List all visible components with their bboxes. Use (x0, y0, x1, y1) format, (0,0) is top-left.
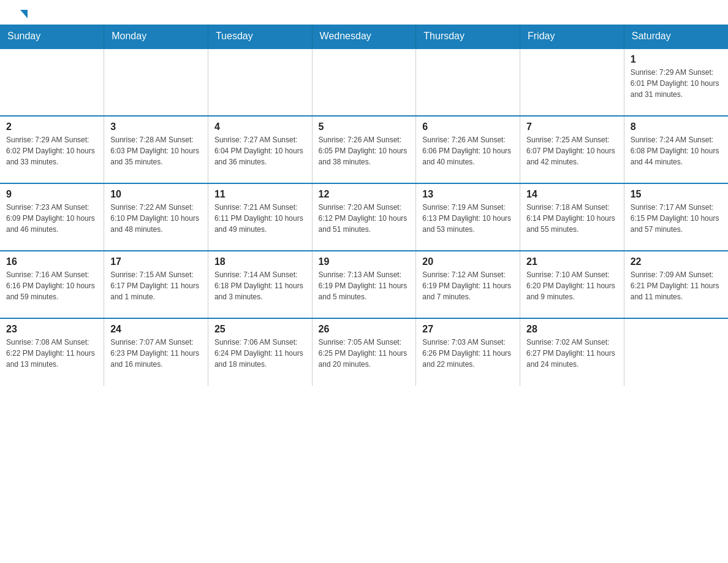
calendar-cell: 2Sunrise: 7:29 AM Sunset: 6:02 PM Daylig… (0, 116, 104, 183)
calendar-cell: 11Sunrise: 7:21 AM Sunset: 6:11 PM Dayli… (208, 183, 312, 251)
week-row-3: 9Sunrise: 7:23 AM Sunset: 6:09 PM Daylig… (0, 183, 728, 251)
day-info: Sunrise: 7:19 AM Sunset: 6:13 PM Dayligh… (422, 202, 514, 235)
page-header (0, 0, 728, 25)
day-number: 24 (110, 324, 202, 335)
day-number: 4 (214, 121, 306, 132)
weekday-header-row: SundayMondayTuesdayWednesdayThursdayFrid… (0, 25, 728, 48)
calendar-cell: 4Sunrise: 7:27 AM Sunset: 6:04 PM Daylig… (208, 116, 312, 183)
week-row-5: 23Sunrise: 7:08 AM Sunset: 6:22 PM Dayli… (0, 318, 728, 386)
day-info: Sunrise: 7:10 AM Sunset: 6:20 PM Dayligh… (526, 269, 618, 302)
day-info: Sunrise: 7:17 AM Sunset: 6:15 PM Dayligh… (631, 202, 722, 235)
calendar-cell (104, 48, 208, 116)
weekday-saturday: Saturday (624, 25, 728, 48)
calendar-cell: 15Sunrise: 7:17 AM Sunset: 6:15 PM Dayli… (624, 183, 728, 251)
day-number: 21 (526, 256, 618, 267)
day-number: 8 (631, 121, 722, 132)
day-number: 22 (631, 256, 722, 267)
calendar-cell: 7Sunrise: 7:25 AM Sunset: 6:07 PM Daylig… (520, 116, 624, 183)
day-info: Sunrise: 7:21 AM Sunset: 6:11 PM Dayligh… (214, 202, 306, 235)
day-info: Sunrise: 7:29 AM Sunset: 6:01 PM Dayligh… (631, 67, 722, 100)
day-info: Sunrise: 7:16 AM Sunset: 6:16 PM Dayligh… (6, 269, 97, 302)
calendar-cell: 17Sunrise: 7:15 AM Sunset: 6:17 PM Dayli… (104, 251, 208, 318)
calendar-cell: 27Sunrise: 7:03 AM Sunset: 6:26 PM Dayli… (416, 318, 520, 386)
calendar-cell: 5Sunrise: 7:26 AM Sunset: 6:05 PM Daylig… (312, 116, 416, 183)
day-info: Sunrise: 7:26 AM Sunset: 6:06 PM Dayligh… (422, 134, 514, 167)
calendar-cell: 18Sunrise: 7:14 AM Sunset: 6:18 PM Dayli… (208, 251, 312, 318)
day-info: Sunrise: 7:26 AM Sunset: 6:05 PM Dayligh… (319, 134, 410, 167)
day-info: Sunrise: 7:07 AM Sunset: 6:23 PM Dayligh… (110, 337, 202, 370)
calendar-cell: 3Sunrise: 7:28 AM Sunset: 6:03 PM Daylig… (104, 116, 208, 183)
day-info: Sunrise: 7:28 AM Sunset: 6:03 PM Dayligh… (110, 134, 202, 167)
day-number: 17 (110, 256, 202, 267)
week-row-1: 1Sunrise: 7:29 AM Sunset: 6:01 PM Daylig… (0, 48, 728, 116)
day-info: Sunrise: 7:25 AM Sunset: 6:07 PM Dayligh… (526, 134, 618, 167)
logo (18, 12, 28, 18)
calendar-cell: 19Sunrise: 7:13 AM Sunset: 6:19 PM Dayli… (312, 251, 416, 318)
calendar-cell: 16Sunrise: 7:16 AM Sunset: 6:16 PM Dayli… (0, 251, 104, 318)
day-number: 3 (110, 121, 202, 132)
day-number: 13 (422, 189, 514, 200)
calendar-cell: 28Sunrise: 7:02 AM Sunset: 6:27 PM Dayli… (520, 318, 624, 386)
calendar-cell (520, 48, 624, 116)
day-info: Sunrise: 7:02 AM Sunset: 6:27 PM Dayligh… (526, 337, 618, 370)
calendar-wrapper: SundayMondayTuesdayWednesdayThursdayFrid… (0, 25, 728, 386)
day-info: Sunrise: 7:24 AM Sunset: 6:08 PM Dayligh… (631, 134, 722, 167)
day-number: 10 (110, 189, 202, 200)
day-number: 27 (422, 324, 514, 335)
calendar-cell: 20Sunrise: 7:12 AM Sunset: 6:19 PM Dayli… (416, 251, 520, 318)
calendar-cell (312, 48, 416, 116)
day-number: 23 (6, 324, 97, 335)
weekday-thursday: Thursday (416, 25, 520, 48)
calendar-cell (0, 48, 104, 116)
calendar-cell: 6Sunrise: 7:26 AM Sunset: 6:06 PM Daylig… (416, 116, 520, 183)
day-info: Sunrise: 7:12 AM Sunset: 6:19 PM Dayligh… (422, 269, 514, 302)
calendar-cell: 12Sunrise: 7:20 AM Sunset: 6:12 PM Dayli… (312, 183, 416, 251)
calendar-table: SundayMondayTuesdayWednesdayThursdayFrid… (0, 25, 728, 386)
weekday-friday: Friday (520, 25, 624, 48)
weekday-monday: Monday (104, 25, 208, 48)
day-number: 14 (526, 189, 618, 200)
day-info: Sunrise: 7:29 AM Sunset: 6:02 PM Dayligh… (6, 134, 97, 167)
day-number: 18 (214, 256, 306, 267)
calendar-cell: 21Sunrise: 7:10 AM Sunset: 6:20 PM Dayli… (520, 251, 624, 318)
day-number: 28 (526, 324, 618, 335)
week-row-2: 2Sunrise: 7:29 AM Sunset: 6:02 PM Daylig… (0, 116, 728, 183)
day-info: Sunrise: 7:03 AM Sunset: 6:26 PM Dayligh… (422, 337, 514, 370)
calendar-cell: 1Sunrise: 7:29 AM Sunset: 6:01 PM Daylig… (624, 48, 728, 116)
day-number: 11 (214, 189, 306, 200)
calendar-cell: 25Sunrise: 7:06 AM Sunset: 6:24 PM Dayli… (208, 318, 312, 386)
calendar-cell: 9Sunrise: 7:23 AM Sunset: 6:09 PM Daylig… (0, 183, 104, 251)
day-number: 1 (631, 54, 722, 65)
calendar-cell: 24Sunrise: 7:07 AM Sunset: 6:23 PM Dayli… (104, 318, 208, 386)
day-number: 26 (319, 324, 410, 335)
week-row-4: 16Sunrise: 7:16 AM Sunset: 6:16 PM Dayli… (0, 251, 728, 318)
day-number: 2 (6, 121, 97, 132)
calendar-cell: 13Sunrise: 7:19 AM Sunset: 6:13 PM Dayli… (416, 183, 520, 251)
day-info: Sunrise: 7:27 AM Sunset: 6:04 PM Dayligh… (214, 134, 306, 167)
calendar-cell: 14Sunrise: 7:18 AM Sunset: 6:14 PM Dayli… (520, 183, 624, 251)
day-number: 12 (319, 189, 410, 200)
calendar-cell (624, 318, 728, 386)
day-info: Sunrise: 7:09 AM Sunset: 6:21 PM Dayligh… (631, 269, 722, 302)
day-info: Sunrise: 7:23 AM Sunset: 6:09 PM Dayligh… (6, 202, 97, 235)
day-info: Sunrise: 7:20 AM Sunset: 6:12 PM Dayligh… (319, 202, 410, 235)
weekday-wednesday: Wednesday (312, 25, 416, 48)
weekday-tuesday: Tuesday (208, 25, 312, 48)
day-number: 19 (319, 256, 410, 267)
calendar-cell: 23Sunrise: 7:08 AM Sunset: 6:22 PM Dayli… (0, 318, 104, 386)
calendar-cell (416, 48, 520, 116)
day-info: Sunrise: 7:13 AM Sunset: 6:19 PM Dayligh… (319, 269, 410, 302)
day-number: 15 (631, 189, 722, 200)
logo-triangle-icon (20, 10, 28, 18)
day-info: Sunrise: 7:06 AM Sunset: 6:24 PM Dayligh… (214, 337, 306, 370)
day-info: Sunrise: 7:22 AM Sunset: 6:10 PM Dayligh… (110, 202, 202, 235)
day-info: Sunrise: 7:14 AM Sunset: 6:18 PM Dayligh… (214, 269, 306, 302)
day-info: Sunrise: 7:05 AM Sunset: 6:25 PM Dayligh… (319, 337, 410, 370)
day-number: 25 (214, 324, 306, 335)
weekday-sunday: Sunday (0, 25, 104, 48)
calendar-cell: 10Sunrise: 7:22 AM Sunset: 6:10 PM Dayli… (104, 183, 208, 251)
day-number: 20 (422, 256, 514, 267)
day-info: Sunrise: 7:08 AM Sunset: 6:22 PM Dayligh… (6, 337, 97, 370)
day-info: Sunrise: 7:18 AM Sunset: 6:14 PM Dayligh… (526, 202, 618, 235)
day-info: Sunrise: 7:15 AM Sunset: 6:17 PM Dayligh… (110, 269, 202, 302)
